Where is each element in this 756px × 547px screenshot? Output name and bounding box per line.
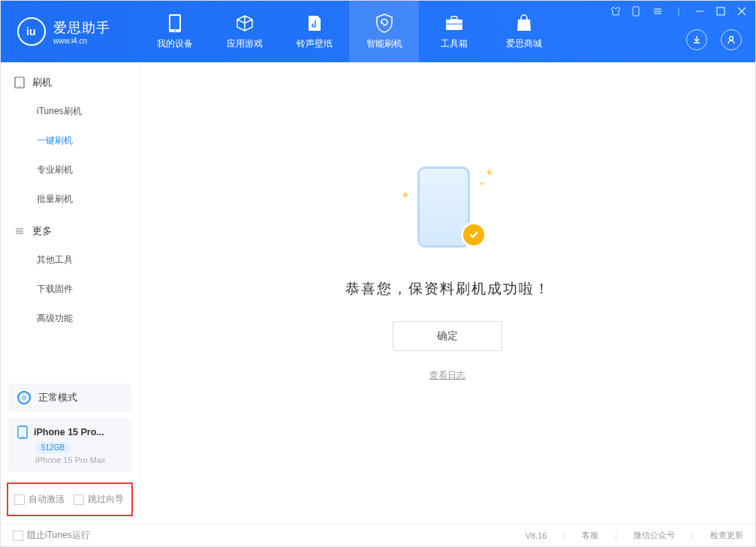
flash-options-box: 自动激活 跳过向导 xyxy=(7,482,133,516)
music-file-icon xyxy=(305,14,324,33)
main-panel: ✦ ✦ ✦ 恭喜您，保资料刷机成功啦！ 确定 查看日志 xyxy=(140,62,755,524)
separator: | xyxy=(563,531,565,540)
sidebar-item-other-tools[interactable]: 其他工具 xyxy=(1,245,139,275)
sidebar-group-flash[interactable]: 刷机 xyxy=(1,65,139,97)
success-illustration: ✦ ✦ ✦ xyxy=(395,159,500,257)
sidebar-item-advanced[interactable]: 高级功能 xyxy=(1,304,139,333)
block-itunes-checkbox[interactable]: 阻止iTunes运行 xyxy=(13,529,90,542)
checkbox-label: 阻止iTunes运行 xyxy=(27,529,90,542)
auto-activate-checkbox[interactable]: 自动激活 xyxy=(14,493,65,506)
sidebar-group-more[interactable]: 更多 xyxy=(1,214,139,245)
svg-point-21 xyxy=(23,396,26,399)
maximize-icon[interactable] xyxy=(715,5,727,17)
wechat-link[interactable]: 微信公众号 xyxy=(634,530,675,541)
nav-store[interactable]: 爱思商城 xyxy=(489,1,559,62)
device-name: iPhone 15 Pro... xyxy=(34,427,104,437)
feedback-icon[interactable] xyxy=(631,5,643,17)
gear-icon xyxy=(17,391,31,404)
nav-toolbox[interactable]: 工具箱 xyxy=(419,1,489,62)
separator: | xyxy=(615,531,617,540)
header: iu 爱思助手 www.i4.cn 我的设备 应用游戏 铃声壁纸 xyxy=(1,1,755,62)
version-label: V8.16 xyxy=(526,531,547,540)
app-name: 爱思助手 xyxy=(53,19,110,37)
svg-point-15 xyxy=(730,37,733,41)
sidebar: 刷机 iTunes刷机 一键刷机 专业刷机 批量刷机 更多 其他工具 下载固件 … xyxy=(1,62,140,524)
header-right xyxy=(686,29,742,50)
footer: 阻止iTunes运行 V8.16 | 客服 | 微信公众号 | 检查更新 xyxy=(1,524,755,546)
device-model: iPhone 15 Pro Max xyxy=(35,455,122,464)
success-title: 恭喜您，保资料刷机成功啦！ xyxy=(345,279,550,299)
nav-label: 智能刷机 xyxy=(366,38,402,50)
check-update-link[interactable]: 检查更新 xyxy=(710,530,743,541)
app-logo-icon: iu xyxy=(17,17,46,46)
support-link[interactable]: 客服 xyxy=(582,530,598,541)
shield-refresh-icon xyxy=(375,14,394,33)
svg-point-23 xyxy=(22,436,23,437)
tablet-icon xyxy=(14,77,25,89)
sidebar-item-itunes-flash[interactable]: iTunes刷机 xyxy=(1,97,139,126)
checkbox-icon xyxy=(14,494,25,505)
device-icon xyxy=(165,14,185,33)
close-icon[interactable] xyxy=(736,5,748,17)
svg-rect-5 xyxy=(451,17,457,20)
nav-apps-games[interactable]: 应用游戏 xyxy=(209,1,279,62)
window-controls: | xyxy=(610,5,748,17)
sidebar-item-pro-flash[interactable]: 专业刷机 xyxy=(1,155,139,185)
device-info-box[interactable]: iPhone 15 Pro... 512GB iPhone 15 Pro Max xyxy=(8,418,131,472)
app-url: www.i4.cn xyxy=(53,37,110,45)
sidebar-item-batch-flash[interactable]: 批量刷机 xyxy=(1,185,139,214)
view-log-link[interactable]: 查看日志 xyxy=(429,369,465,382)
nav-label: 铃声壁纸 xyxy=(297,38,333,50)
svg-rect-2 xyxy=(170,16,179,29)
device-mode-box[interactable]: 正常模式 xyxy=(8,383,131,412)
nav-label: 我的设备 xyxy=(157,38,193,50)
menu-icon[interactable] xyxy=(652,5,664,17)
nav-smart-flash[interactable]: 智能刷机 xyxy=(349,1,419,62)
minimize-icon[interactable] xyxy=(694,5,706,17)
content: 刷机 iTunes刷机 一键刷机 专业刷机 批量刷机 更多 其他工具 下载固件 … xyxy=(1,62,755,524)
skin-icon[interactable] xyxy=(610,5,622,17)
checkbox-icon xyxy=(74,494,84,505)
svg-rect-7 xyxy=(633,7,639,16)
svg-point-3 xyxy=(174,30,176,32)
group-label: 更多 xyxy=(32,224,52,238)
separator: | xyxy=(673,5,685,17)
phone-icon xyxy=(17,425,28,439)
sidebar-item-oneclick-flash[interactable]: 一键刷机 xyxy=(1,126,139,155)
ok-button[interactable]: 确定 xyxy=(393,321,502,351)
checkbox-label: 跳过向导 xyxy=(88,493,124,506)
checkbox-icon xyxy=(13,530,23,541)
cube-icon xyxy=(235,14,255,33)
sidebar-item-download-firmware[interactable]: 下载固件 xyxy=(1,275,139,304)
bag-icon xyxy=(514,14,534,33)
toolbox-icon xyxy=(444,14,464,33)
svg-point-17 xyxy=(19,86,20,87)
nav-my-device[interactable]: 我的设备 xyxy=(140,1,209,62)
group-label: 刷机 xyxy=(32,76,52,89)
logo-area: iu 爱思助手 www.i4.cn xyxy=(1,1,140,62)
nav-label: 工具箱 xyxy=(441,38,468,50)
mode-label: 正常模式 xyxy=(38,391,77,404)
skip-guide-checkbox[interactable]: 跳过向导 xyxy=(74,493,124,506)
svg-rect-12 xyxy=(717,8,724,15)
nav-label: 应用游戏 xyxy=(227,38,263,50)
user-button[interactable] xyxy=(721,29,742,50)
nav-label: 爱思商城 xyxy=(506,38,542,50)
nav-ringtone-wallpaper[interactable]: 铃声壁纸 xyxy=(279,1,349,62)
checkbox-label: 自动激活 xyxy=(29,493,65,506)
more-icon xyxy=(14,226,25,236)
svg-text:iu: iu xyxy=(26,26,35,38)
separator: | xyxy=(691,531,694,540)
download-button[interactable] xyxy=(686,29,707,50)
check-icon xyxy=(461,222,486,248)
storage-badge: 512GB xyxy=(35,442,71,453)
svg-rect-4 xyxy=(446,20,462,30)
